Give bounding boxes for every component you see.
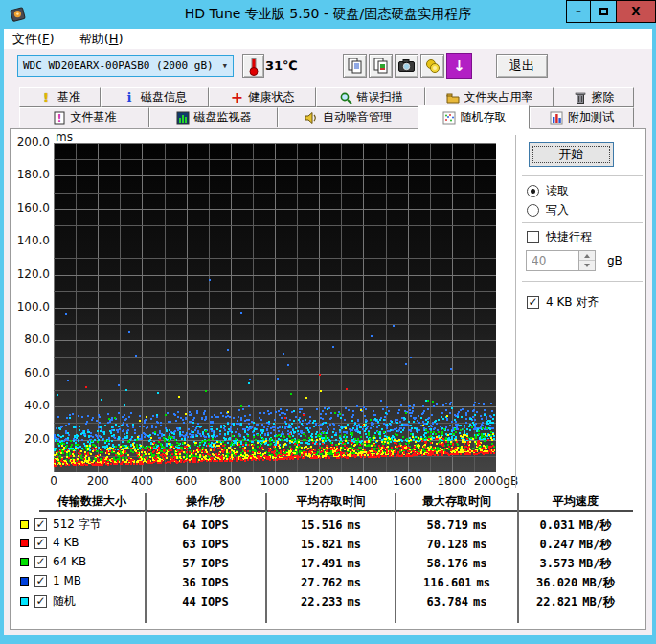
y-axis-tick-label: 80.0 [11,333,50,346]
aam-icon [305,111,318,125]
menu-file[interactable]: 文件(F) [12,31,55,48]
divider [522,175,643,176]
exit-button[interactable]: 退出 [496,54,548,78]
short-stroke-row[interactable]: 快捷行程 [527,229,592,245]
short-stroke-checkbox[interactable] [527,231,539,243]
maximize-button[interactable] [591,0,617,23]
series-checkbox[interactable]: ✓ [34,537,47,549]
client-area: 文件(F) 帮助(H) WDC WD20EARX-00PASB0 (2000 g… [4,29,652,635]
chevron-up-icon [584,254,590,258]
series-color-swatch [20,597,29,606]
iops-cell: 63IOPS [145,536,266,553]
tab-folder-usage[interactable]: 文件夹占用率 [425,87,554,107]
tab-error-scan[interactable]: 错误扫描 [316,87,425,107]
align-4kb-label: 4 KB 对齐 [546,294,599,310]
series-color-swatch [20,520,29,529]
series-color-swatch [20,577,29,586]
iops-cell: 36IOPS [145,574,266,591]
short-stroke-value: 40 [532,254,546,267]
temperature-button[interactable] [242,54,264,78]
x-axis-tick-label: 2000gB [463,474,530,488]
copy-text-button[interactable] [343,54,367,78]
y-axis-tick-label: 200.0 [11,135,50,149]
tab-health[interactable]: + 健康状态 [209,87,316,107]
max-access-cell: 63.784ms [396,593,518,610]
iops-cell: 64IOPS [145,517,266,534]
camera-icon [398,59,415,72]
y-axis-tick-label: 180.0 [11,168,50,181]
series-checkbox[interactable]: ✓ [34,575,47,587]
avg-access-cell: 15.821ms [266,536,396,553]
avg-access-cell: 27.762ms [266,574,396,591]
write-radio-label: 写入 [546,202,569,218]
spinner-down-button[interactable] [579,261,595,270]
read-radio-row[interactable]: 读取 [527,183,569,199]
series-checkbox[interactable]: ✓ [34,518,47,531]
short-stroke-unit-label: gB [607,254,622,267]
table-row: ✓ 512 字节 [20,517,102,533]
window-title: HD Tune 专业版 5.50 - 硬盘/固态硬盘实用程序 [0,6,656,23]
thermometer-icon [248,57,260,76]
series-label: 64 KB [53,555,86,568]
write-radio-row[interactable]: 写入 [527,202,569,218]
tab-file-benchmark[interactable]: ! 文件基准 [19,107,149,127]
tab-erase[interactable]: 擦除 [554,87,634,107]
series-label: 4 KB [53,536,79,549]
divider [522,222,643,223]
series-checkbox[interactable]: ✓ [34,595,47,608]
short-stroke-label: 快捷行程 [546,229,592,245]
save-button[interactable] [420,54,444,78]
health-icon: + [231,91,244,104]
tab-strip: ! 基准 i 磁盘信息 + 健康状态 错误扫描 [4,86,652,128]
write-radio[interactable] [527,204,539,217]
table-row: ✓ 随机 [20,593,76,610]
menu-help[interactable]: 帮助(H) [79,31,124,48]
drive-select-dropdown[interactable]: WDC WD20EARX-00PASB0 (2000 gB) ▾ [17,55,234,77]
close-button[interactable]: X [617,0,656,23]
tab-disk-info[interactable]: i 磁盘信息 [101,87,209,107]
header-underline [39,510,633,512]
maximize-icon [599,8,608,15]
chevron-down-icon [584,264,590,267]
tab-disk-monitor[interactable]: 磁盘监视器 [149,107,278,127]
y-axis-tick-label: 160.0 [11,201,50,215]
table-row: ✓ 64 KB [20,555,86,568]
chevron-down-icon: ▾ [221,59,228,72]
start-button[interactable]: 开始 [529,142,614,167]
table-row: ✓ 4 KB [20,536,79,549]
disk-info-icon: i [123,91,136,104]
col-header-avg-access: 平均存取时间 [266,493,396,510]
tab-aam[interactable]: 自动噪音管理 [278,107,418,127]
svg-text:!: ! [57,112,61,123]
read-radio[interactable] [527,185,539,197]
title-bar: HD Tune 专业版 5.50 - 硬盘/固态硬盘实用程序 – X [0,0,656,29]
minimize-button[interactable]: – [566,0,591,23]
series-color-swatch [20,539,29,547]
tab-benchmark[interactable]: ! 基准 [19,87,101,107]
col-header-transfer-size: 传输数据大小 [39,493,145,510]
y-axis-tick-label: 20.0 [11,432,50,446]
align-4kb-row[interactable]: ✓ 4 KB 对齐 [527,294,599,310]
random-access-panel: ms 20.040.060.080.0100.0120.0140.0160.01… [10,128,646,630]
file-benchmark-icon: ! [53,111,66,125]
align-4kb-checkbox[interactable]: ✓ [527,296,539,309]
iops-cell: 44IOPS [145,593,266,610]
hdtune-window: HD Tune 专业版 5.50 - 硬盘/固态硬盘实用程序 – X 文件(F)… [0,0,656,644]
screenshot-button[interactable] [395,54,418,78]
read-radio-label: 读取 [546,183,569,199]
download-button[interactable]: ↓ [446,53,472,79]
copy-image-button[interactable] [369,54,393,78]
short-stroke-spinner[interactable]: 40 [526,250,596,271]
copy-image-icon [373,58,389,74]
folder-usage-icon [446,91,460,104]
gold-coins-icon [425,58,441,74]
series-checkbox[interactable]: ✓ [34,556,47,568]
spinner-up-button[interactable] [579,251,595,261]
y-axis-tick-label: 120.0 [11,267,50,281]
avg-speed-cell: 0.247MB/秒 [518,536,633,553]
drive-select-value: WDC WD20EARX-00PASB0 (2000 gB) [23,59,214,72]
tab-random-access[interactable]: 随机存取 [418,105,530,129]
y-axis-tick-label: 60.0 [11,366,50,380]
tab-extra-tests[interactable]: 附加测试 [530,107,634,127]
copy-text-icon [348,58,363,74]
